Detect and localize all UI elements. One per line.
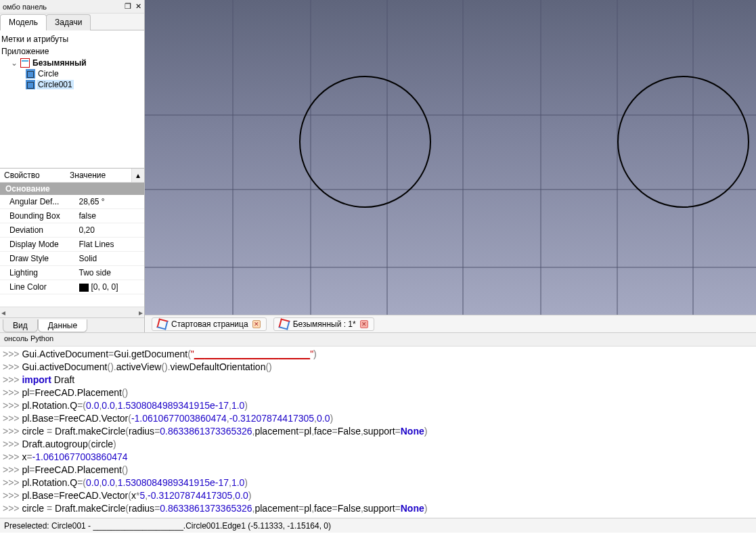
console-line: >>> Gui.ActiveDocument=Gui.getDocument("… xyxy=(3,348,753,361)
tab-tasks[interactable]: Задачи xyxy=(46,14,91,30)
console-line: >>> pl.Rotation.Q=(0.0,0.0,1.53080849893… xyxy=(3,399,753,412)
tree-item-label: Circle001 xyxy=(37,80,74,89)
python-console[interactable]: >>> Gui.ActiveDocument=Gui.getDocument("… xyxy=(0,346,756,518)
property-value[interactable]: Solid xyxy=(75,252,145,265)
prompt: >>> xyxy=(3,361,22,372)
property-row[interactable]: Draw StyleSolid xyxy=(0,252,144,266)
doc-tab-label: Стартовая страница xyxy=(171,319,248,329)
prop-header-key[interactable]: Свойство xyxy=(0,169,66,182)
circle-icon xyxy=(26,69,35,79)
property-panel: Свойство Значение ▴ Основание Angular De… xyxy=(0,168,144,332)
console-line: >>> pl.Rotation.Q=(0.0,0.0,1.53080849893… xyxy=(3,476,753,489)
property-value[interactable]: Flat Lines xyxy=(75,238,145,251)
tree-document[interactable]: ⌄ Безымянный xyxy=(1,58,143,68)
doc-tab-unnamed[interactable]: Безымянный : 1* ✕ xyxy=(273,317,374,331)
console-line: >>> x=-1.0610677003860474 xyxy=(3,451,753,464)
property-key: Bounding Box xyxy=(0,209,75,223)
property-row[interactable]: Bounding Boxfalse xyxy=(0,209,144,223)
console-line: >>> pl=FreeCAD.Placement() xyxy=(3,386,753,399)
freecad-icon xyxy=(280,319,289,329)
tree-item-label: Circle xyxy=(37,69,60,79)
document-label: Безымянный xyxy=(31,58,88,68)
chevron-down-icon[interactable]: ⌄ xyxy=(11,58,19,68)
model-tree[interactable]: Метки и атрибуты Приложение ⌄ Безымянный… xyxy=(0,30,144,168)
prop-section-base: Основание xyxy=(0,183,144,195)
close-icon[interactable]: ✕ xyxy=(360,320,368,328)
scroll-left-icon[interactable]: ◂ xyxy=(1,308,5,317)
prompt: >>> xyxy=(3,477,22,488)
property-value[interactable]: false xyxy=(75,209,145,223)
property-key: Lighting xyxy=(0,266,75,280)
document-tabs: Стартовая страница ✕ Безымянный : 1* ✕ xyxy=(145,315,756,332)
combo-panel: омбо панель ❐ ✕ Модель Задачи Метки и ат… xyxy=(0,0,145,332)
property-row[interactable]: Deviation0,20 xyxy=(0,223,144,238)
tree-item-circle[interactable]: Circle xyxy=(1,68,143,79)
python-console-title: онсоль Python xyxy=(0,332,756,346)
scroll-right-icon[interactable]: ▸ xyxy=(139,308,143,317)
freecad-icon xyxy=(158,319,167,329)
property-key: Display Mode xyxy=(0,238,75,251)
console-line: >>> import Draft xyxy=(3,374,753,386)
combo-panel-title: омбо панель xyxy=(3,3,47,11)
prompt: >>> xyxy=(3,374,22,385)
prompt: >>> xyxy=(3,349,22,359)
prompt: >>> xyxy=(3,387,22,398)
console-line: >>> circle = Draft.makeCircle(radius=0.8… xyxy=(3,425,753,438)
property-row[interactable]: Angular Def...28,65 ° xyxy=(0,195,144,209)
prompt: >>> xyxy=(3,439,22,449)
prompt: >>> xyxy=(3,413,22,424)
console-line: >>> Gui.activeDocument().activeView().vi… xyxy=(3,361,753,374)
status-text: Preselected: Circle001 - _______________… xyxy=(4,521,331,531)
circle-1[interactable] xyxy=(299,76,431,208)
color-swatch xyxy=(79,284,89,292)
prompt: >>> xyxy=(3,400,22,411)
horizontal-scrollbar[interactable]: ◂ ▸ xyxy=(0,307,144,317)
property-row[interactable]: Display ModeFlat Lines xyxy=(0,238,144,252)
tab-view[interactable]: Вид xyxy=(3,319,38,332)
viewport-3d[interactable] xyxy=(145,0,756,315)
prop-header-val[interactable]: Значение xyxy=(66,169,131,182)
property-key: Line Color xyxy=(0,280,75,294)
tab-model[interactable]: Модель xyxy=(0,14,47,30)
circle-icon xyxy=(26,80,35,89)
property-value[interactable]: 0,20 xyxy=(75,223,145,237)
scroll-up-icon[interactable]: ▴ xyxy=(131,169,144,182)
property-row[interactable]: LightingTwo side xyxy=(0,266,144,280)
property-key: Angular Def... xyxy=(0,195,75,208)
console-line: >>> Draft.autogroup(circle) xyxy=(3,438,753,451)
console-line: >>> pl=FreeCAD.Placement() xyxy=(3,464,753,476)
console-line: >>> pl.Base=FreeCAD.Vector(-1.0610677003… xyxy=(3,412,753,425)
console-line: >>> circle = Draft.makeCircle(radius=0.8… xyxy=(3,502,753,515)
property-value[interactable]: [0, 0, 0] xyxy=(75,280,145,294)
property-value[interactable]: 28,65 ° xyxy=(75,195,145,208)
prompt: >>> xyxy=(3,451,22,462)
doc-tab-label: Безымянный : 1* xyxy=(293,319,356,329)
labels-heading: Метки и атрибуты xyxy=(1,33,143,45)
property-key: Deviation xyxy=(0,223,75,237)
application-heading: Приложение xyxy=(1,45,143,58)
doc-tab-start[interactable]: Стартовая страница ✕ xyxy=(152,317,267,331)
property-value[interactable]: Two side xyxy=(75,266,145,280)
tree-item-circle001[interactable]: Circle001 xyxy=(1,79,143,90)
circle-2[interactable] xyxy=(617,76,749,208)
undock-icon[interactable]: ❐ xyxy=(125,2,131,11)
close-icon[interactable]: ✕ xyxy=(252,320,261,328)
property-list[interactable]: Основание Angular Def...28,65 °Bounding … xyxy=(0,183,144,307)
prompt: >>> xyxy=(3,490,22,501)
property-row[interactable]: Line Color[0, 0, 0] xyxy=(0,280,144,294)
prompt: >>> xyxy=(3,464,22,475)
prompt: >>> xyxy=(3,503,22,514)
close-icon[interactable]: ✕ xyxy=(135,2,141,11)
console-line: >>> pl.Base=FreeCAD.Vector(x*5,-0.312078… xyxy=(3,489,753,502)
status-bar: Preselected: Circle001 - _______________… xyxy=(0,518,756,533)
property-key: Draw Style xyxy=(0,252,75,265)
prompt: >>> xyxy=(3,426,22,437)
tab-data[interactable]: Данные xyxy=(38,319,87,332)
document-icon xyxy=(20,58,30,68)
